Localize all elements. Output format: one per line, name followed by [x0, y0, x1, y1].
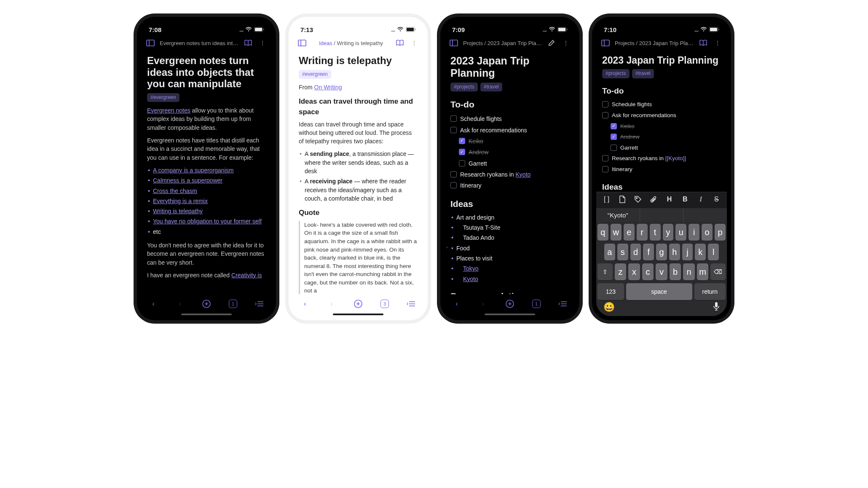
key-j[interactable]: j [682, 244, 693, 260]
breadcrumb[interactable]: Ideas / Writing is telepathy [311, 40, 391, 46]
checkbox-icon[interactable] [450, 127, 457, 133]
key-a[interactable]: a [604, 244, 615, 260]
list-item[interactable]: Kyoto [450, 275, 569, 283]
sidebar-toggle-icon[interactable] [449, 38, 459, 48]
edit-icon[interactable] [547, 38, 557, 48]
checkbox-icon[interactable] [602, 101, 608, 107]
sidebar-toggle-icon[interactable] [297, 38, 307, 48]
add-icon[interactable] [201, 298, 212, 309]
key-return[interactable]: return [694, 283, 726, 300]
checkbox-checked-icon[interactable]: ✓ [611, 123, 617, 129]
checkbox-checked-icon[interactable]: ✓ [459, 149, 465, 155]
key-u[interactable]: u [675, 224, 686, 241]
checkbox-icon[interactable] [602, 155, 608, 161]
checkbox-checked-icon[interactable]: ✓ [459, 138, 465, 144]
key-v[interactable]: v [656, 263, 667, 280]
key-m[interactable]: m [697, 263, 709, 280]
key-i[interactable]: i [689, 224, 699, 241]
note-content[interactable]: 2023 Japan Trip Planning #projects #trav… [445, 51, 575, 294]
key-d[interactable]: d [630, 244, 641, 260]
todo-item[interactable]: ✓Andrew [602, 131, 721, 142]
todo-item[interactable]: ✓Andrew [450, 147, 569, 158]
more-icon[interactable]: ⋮ [257, 38, 268, 48]
checkbox-icon[interactable] [450, 182, 457, 188]
key-backspace[interactable]: ⌫ [710, 263, 726, 280]
attachment-icon[interactable] [648, 196, 659, 205]
todo-item[interactable]: Schedule flights [602, 99, 721, 110]
book-icon[interactable] [698, 38, 708, 48]
back-icon[interactable]: ‹ [148, 298, 159, 309]
tag[interactable]: #projects [450, 83, 478, 91]
add-icon[interactable] [504, 298, 515, 309]
more-icon[interactable]: ⋮ [561, 38, 571, 48]
home-indicator[interactable] [181, 314, 232, 315]
more-icon[interactable]: ⋮ [713, 38, 723, 48]
tag[interactable]: #evergreen [147, 93, 179, 102]
suggestion[interactable]: "Kyoto" [596, 208, 640, 222]
key-space[interactable]: space [626, 283, 692, 300]
key-p[interactable]: p [715, 224, 726, 241]
sidebar-toggle-icon[interactable] [600, 38, 611, 48]
link[interactable]: On Writing [314, 84, 342, 91]
key-n[interactable]: n [683, 263, 695, 280]
todo-item[interactable]: Ask for recommendations [602, 110, 721, 121]
tag[interactable]: #travel [632, 69, 654, 78]
strikethrough-icon[interactable]: S [710, 196, 722, 205]
key-w[interactable]: w [611, 224, 622, 241]
checkbox-icon[interactable] [450, 171, 457, 177]
chevron-right-icon[interactable]: › [452, 233, 455, 240]
forward-icon[interactable]: › [326, 298, 337, 309]
suggestion[interactable] [640, 208, 684, 222]
breadcrumb[interactable]: Projects / 2023 Japan Trip Plan... [463, 40, 542, 46]
todo-item[interactable]: Itinerary [450, 180, 569, 191]
todo-item[interactable]: Itinerary [602, 164, 721, 175]
key-s[interactable]: s [617, 244, 628, 260]
list-item[interactable]: Places to visit [450, 254, 569, 263]
forward-icon[interactable]: › [174, 298, 185, 309]
brackets-icon[interactable]: [ ] [601, 196, 613, 205]
back-icon[interactable]: ‹ [451, 298, 462, 309]
link[interactable]: Evergreen notes [147, 107, 190, 114]
todo-item[interactable]: Research ryokans in [[Kyoto]] [602, 153, 721, 164]
tabs-icon[interactable]: 1 [531, 298, 542, 309]
key-b[interactable]: b [670, 263, 681, 280]
mic-icon[interactable] [713, 302, 720, 314]
todo-item[interactable]: ✓Keiko [602, 121, 721, 132]
outline-icon[interactable] [557, 298, 568, 309]
key-g[interactable]: g [656, 244, 667, 260]
note-content[interactable]: Evergreen notes turn ideas into objects … [141, 51, 272, 294]
tag[interactable]: #evergreen [299, 70, 331, 79]
checkbox-icon[interactable] [450, 115, 457, 122]
key-y[interactable]: y [663, 224, 674, 241]
key-shift[interactable]: ⇧ [597, 263, 613, 280]
book-icon[interactable] [243, 38, 253, 48]
link[interactable]: Creativity is [231, 272, 262, 279]
tag[interactable]: #travel [480, 83, 502, 91]
todo-item[interactable]: Schedule flights [450, 113, 569, 124]
todo-item[interactable]: ✓Keiko [450, 136, 569, 147]
todo-item[interactable]: Ask for recommendations [450, 125, 569, 136]
breadcrumb[interactable]: Evergreen notes turn ideas into ... [160, 40, 239, 46]
key-q[interactable]: q [597, 224, 608, 241]
key-e[interactable]: e [624, 224, 635, 241]
list-item[interactable]: ›Tadao Ando [450, 233, 569, 242]
key-r[interactable]: r [637, 224, 648, 241]
key-k[interactable]: k [695, 244, 706, 260]
list-item[interactable]: Tsutaya T-Site [450, 223, 569, 232]
home-indicator[interactable] [333, 314, 383, 315]
tag[interactable]: #projects [602, 69, 630, 78]
suggestion[interactable] [683, 208, 727, 222]
key-f[interactable]: f [643, 244, 654, 260]
list-item[interactable]: Tokyo [450, 264, 569, 273]
more-icon[interactable]: ⋮ [409, 38, 419, 48]
bold-icon[interactable]: B [679, 196, 691, 205]
chevron-right-icon[interactable]: › [446, 244, 449, 251]
todo-item[interactable]: Research ryokans in Kyoto [450, 169, 569, 180]
heading-icon[interactable]: H [664, 196, 675, 205]
note-content[interactable]: 2023 Japan Trip Planning #projects #trav… [596, 51, 727, 192]
checkbox-icon[interactable] [602, 112, 608, 118]
tag-icon[interactable] [632, 196, 644, 205]
emoji-icon[interactable]: 😀 [603, 302, 615, 314]
key-o[interactable]: o [702, 224, 713, 241]
tabs-icon[interactable]: 1 [228, 298, 238, 309]
